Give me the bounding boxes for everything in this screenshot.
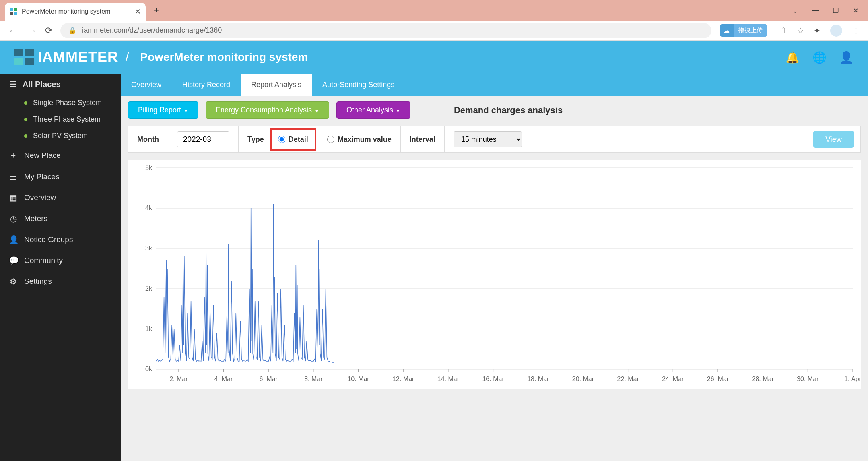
sidebar-item-overview[interactable]: ▦Overview bbox=[0, 187, 121, 208]
browser-tab[interactable]: PowerMeter monitoring system ✕ bbox=[5, 3, 146, 21]
svg-text:14. Mar: 14. Mar bbox=[437, 376, 460, 382]
sidebar-item-solar-pv[interactable]: Solar PV System bbox=[0, 128, 121, 144]
svg-text:2k: 2k bbox=[145, 285, 153, 292]
forward-icon[interactable]: → bbox=[27, 25, 37, 36]
browser-tab-bar: PowerMeter monitoring system ✕ + ⌄ — ❐ ✕ bbox=[0, 0, 868, 21]
svg-text:16. Mar: 16. Mar bbox=[482, 376, 504, 382]
app-subtitle: PowerMeter monitoring system bbox=[140, 51, 308, 64]
demand-chart: 0k1k2k3k4k5k2. Mar4. Mar6. Mar8. Mar10. … bbox=[128, 160, 861, 389]
chevron-down-icon[interactable]: ⌄ bbox=[792, 7, 798, 14]
brand-text: IAMMETER bbox=[38, 49, 118, 66]
svg-rect-3 bbox=[14, 12, 17, 15]
interval-select[interactable]: 15 minutes bbox=[454, 131, 522, 147]
minimize-icon[interactable]: — bbox=[812, 7, 819, 14]
energy-consumption-button[interactable]: Energy Consumption Analysis▼ bbox=[206, 101, 329, 119]
type-label: Type bbox=[247, 135, 264, 144]
sidebar-item-notice-groups[interactable]: 👤Notice Groups bbox=[0, 229, 121, 250]
sidebar-item-settings[interactable]: ⚙Settings bbox=[0, 271, 121, 292]
reload-icon[interactable]: ⟳ bbox=[45, 25, 52, 36]
share-icon[interactable]: ⇧ bbox=[780, 26, 787, 35]
sidebar-all-places-label: All Places bbox=[23, 80, 61, 89]
svg-marker-5 bbox=[25, 49, 34, 56]
sidebar-item-three-phase[interactable]: Three Phase System bbox=[0, 111, 121, 128]
grid-icon: ▦ bbox=[9, 193, 18, 203]
status-dot-icon bbox=[24, 134, 27, 138]
svg-text:3k: 3k bbox=[145, 245, 153, 252]
svg-text:12. Mar: 12. Mar bbox=[392, 376, 414, 382]
tabs-bar: Overview History Record Report Analysis … bbox=[121, 74, 868, 96]
svg-text:4. Mar: 4. Mar bbox=[214, 376, 233, 382]
detail-radio-input[interactable] bbox=[278, 136, 285, 143]
interval-label: Interval bbox=[410, 135, 435, 144]
tab-favicon bbox=[10, 8, 18, 16]
sidebar-all-places[interactable]: ☰ All Places bbox=[0, 74, 121, 95]
main-content: Overview History Record Report Analysis … bbox=[121, 74, 868, 461]
list-icon: ☰ bbox=[9, 172, 18, 182]
tab-overview[interactable]: Overview bbox=[121, 74, 172, 96]
menu-icon[interactable]: ⋮ bbox=[852, 26, 860, 35]
svg-marker-4 bbox=[14, 49, 23, 56]
upload-text: 拖拽上传 bbox=[734, 24, 767, 37]
profile-avatar[interactable] bbox=[830, 25, 842, 37]
close-window-icon[interactable]: ✕ bbox=[853, 7, 858, 14]
caret-down-icon: ▼ bbox=[183, 108, 188, 114]
cloud-icon: ☁ bbox=[720, 25, 734, 37]
svg-rect-1 bbox=[14, 8, 17, 11]
svg-marker-6 bbox=[14, 58, 23, 65]
svg-text:10. Mar: 10. Mar bbox=[347, 376, 369, 382]
page-title: Demand charges analysis bbox=[454, 105, 563, 116]
action-button-row: Billing Report▼ Energy Consumption Analy… bbox=[121, 96, 868, 119]
svg-text:2. Mar: 2. Mar bbox=[169, 376, 188, 382]
sidebar-item-meters[interactable]: ◷Meters bbox=[0, 208, 121, 229]
month-label: Month bbox=[137, 135, 159, 144]
svg-text:20. Mar: 20. Mar bbox=[572, 376, 594, 382]
billing-report-button[interactable]: Billing Report▼ bbox=[128, 101, 198, 119]
address-bar[interactable]: 🔒 iammeter.com/dz/user/demandcharge/1360 bbox=[60, 23, 711, 38]
gauge-icon: ◷ bbox=[9, 214, 18, 223]
maximize-icon[interactable]: ❐ bbox=[833, 7, 839, 14]
svg-text:4k: 4k bbox=[145, 205, 153, 211]
max-radio-input[interactable] bbox=[327, 136, 334, 143]
logo[interactable]: IAMMETER bbox=[14, 49, 118, 66]
sidebar-item-community[interactable]: 💬Community bbox=[0, 250, 121, 271]
svg-text:22. Mar: 22. Mar bbox=[617, 376, 639, 382]
star-icon[interactable]: ☆ bbox=[797, 26, 804, 35]
svg-marker-7 bbox=[25, 58, 34, 65]
back-icon[interactable]: ← bbox=[8, 25, 18, 36]
url-text: iammeter.com/dz/user/demandcharge/1360 bbox=[82, 26, 222, 35]
sidebar-item-new-place[interactable]: ＋New Place bbox=[0, 144, 121, 166]
browser-toolbar: ← → ⟳ 🔒 iammeter.com/dz/user/demandcharg… bbox=[0, 21, 868, 41]
other-analysis-button[interactable]: Other Analysis▼ bbox=[336, 101, 410, 119]
svg-text:28. Mar: 28. Mar bbox=[752, 376, 774, 382]
status-dot-icon bbox=[24, 118, 27, 121]
status-dot-icon bbox=[24, 101, 27, 105]
sidebar: ☰ All Places Single Phase System Three P… bbox=[0, 74, 121, 461]
new-tab-button[interactable]: + bbox=[154, 5, 159, 16]
user-icon[interactable]: 👤 bbox=[839, 51, 854, 64]
window-controls: ⌄ — ❐ ✕ bbox=[792, 7, 868, 21]
list-icon: ☰ bbox=[9, 79, 18, 89]
tab-close-icon[interactable]: ✕ bbox=[135, 7, 141, 16]
app-header: IAMMETER / PowerMeter monitoring system … bbox=[0, 41, 868, 74]
month-input[interactable] bbox=[177, 131, 229, 147]
svg-text:26. Mar: 26. Mar bbox=[707, 376, 729, 382]
type-detail-radio[interactable]: Detail bbox=[270, 128, 316, 151]
tab-history-record[interactable]: History Record bbox=[172, 74, 241, 96]
view-button[interactable]: View bbox=[813, 131, 854, 148]
tab-report-analysis[interactable]: Report Analysis bbox=[241, 74, 312, 96]
svg-text:24. Mar: 24. Mar bbox=[662, 376, 684, 382]
logo-mark-icon bbox=[14, 49, 34, 65]
filter-bar: Month Type Detail Maximum value bbox=[128, 126, 861, 153]
sidebar-item-single-phase[interactable]: Single Phase System bbox=[0, 95, 121, 111]
upload-extension-badge[interactable]: ☁ 拖拽上传 bbox=[720, 24, 767, 37]
notifications-icon[interactable]: 🔔 bbox=[786, 51, 800, 64]
globe-icon[interactable]: 🌐 bbox=[812, 51, 827, 64]
type-maximum-radio[interactable]: Maximum value bbox=[327, 135, 392, 144]
plus-icon: ＋ bbox=[9, 150, 18, 161]
svg-rect-2 bbox=[10, 12, 13, 15]
extensions-icon[interactable]: ✦ bbox=[814, 26, 821, 35]
sidebar-item-my-places[interactable]: ☰My Places bbox=[0, 166, 121, 187]
tab-auto-sending[interactable]: Auto-Sending Settings bbox=[312, 74, 405, 96]
lock-icon: 🔒 bbox=[68, 27, 76, 34]
svg-text:6. Mar: 6. Mar bbox=[260, 376, 278, 382]
